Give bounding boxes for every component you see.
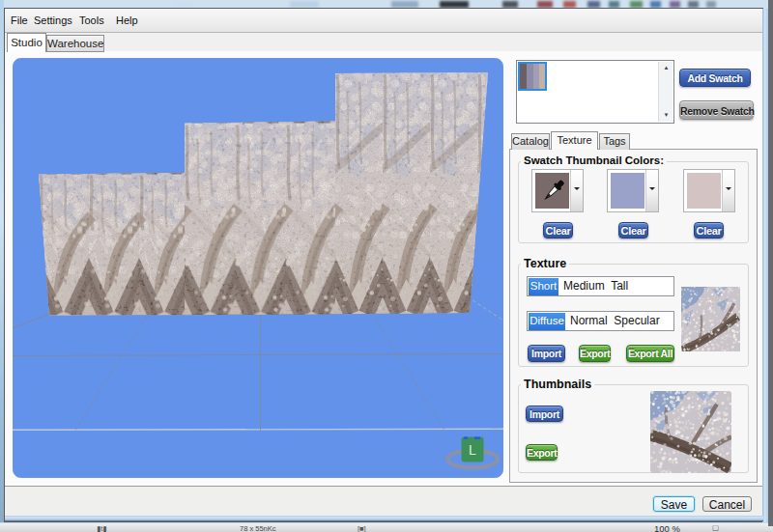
svg-text:L: L xyxy=(469,442,476,458)
